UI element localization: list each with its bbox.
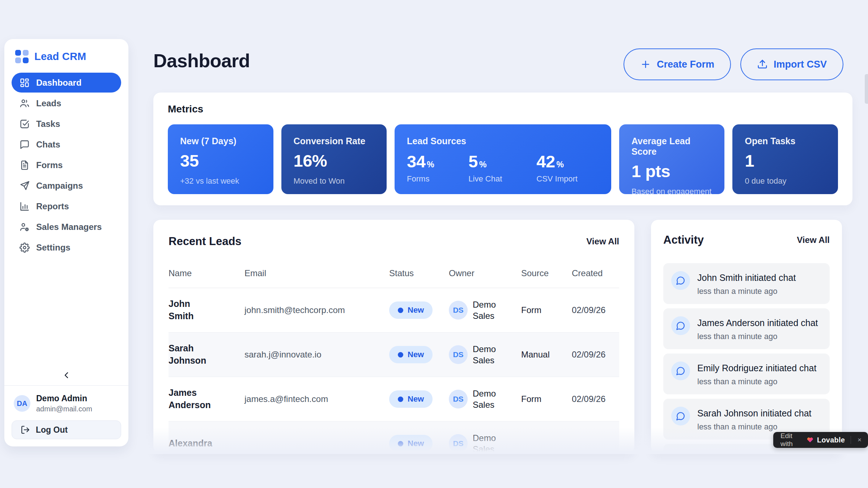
sidebar-item-label: Settings	[36, 243, 71, 253]
stat-forms: 34% Forms	[407, 151, 434, 184]
activity-card: Activity View All John Smith initiated c…	[651, 220, 842, 454]
sidebar-item-reports[interactable]: Reports	[12, 196, 121, 216]
metric-card-lead-sources: Lead Sources 34% Forms 5% Live Chat 42% …	[395, 124, 611, 194]
col-name: Name	[169, 262, 244, 288]
metric-sub: +32 vs last week	[180, 176, 261, 186]
gear-icon	[20, 243, 30, 253]
sidebar-item-tasks[interactable]: Tasks	[12, 114, 121, 134]
user-avatar: DA	[14, 395, 30, 412]
col-created: Created	[572, 262, 619, 288]
metric-value: 35	[180, 151, 261, 171]
message-square-icon	[20, 140, 30, 150]
lovable-heart-icon	[807, 436, 813, 444]
create-form-button[interactable]: Create Form	[624, 48, 731, 80]
table-row[interactable]: Sarah Johnson sarah.j@innovate.io New DS…	[169, 333, 619, 377]
status-badge: New	[389, 435, 433, 452]
status-dot-icon	[398, 352, 403, 358]
bar-chart-icon	[20, 201, 30, 211]
close-icon[interactable]: ×	[857, 436, 862, 444]
table-row[interactable]: James Anderson james.a@fintech.com New D…	[169, 377, 619, 421]
list-item: John Smith initiated chatless than a min…	[663, 263, 830, 304]
activity-view-all[interactable]: View All	[797, 235, 830, 245]
create-form-label: Create Form	[657, 59, 714, 70]
dashboard-icon	[20, 78, 30, 88]
recent-leads-card: Recent Leads View All Name Email Status …	[153, 220, 634, 454]
table-row[interactable]: John Smith john.smith@techcorp.com New D…	[169, 288, 619, 333]
metric-sub: 0 due today	[745, 176, 826, 186]
user-profile: DA Demo Admin admin@mail.com	[12, 386, 121, 420]
sidebar-item-chats[interactable]: Chats	[12, 134, 121, 154]
app-logo: Lead CRM	[12, 47, 121, 73]
metric-value: 1 pts	[631, 161, 712, 181]
metric-card-average-lead-score: Average Lead Score 1 pts Based on engage…	[619, 124, 725, 194]
check-square-icon	[20, 119, 30, 129]
chat-bubble-icon	[671, 271, 690, 290]
metric-card-conversion-rate: Conversion Rate 16% Moved to Won	[281, 124, 387, 194]
chevron-left-icon	[62, 371, 71, 380]
recent-leads-title: Recent Leads	[169, 235, 242, 248]
metric-value: 16%	[294, 151, 375, 171]
app-title: Lead CRM	[34, 51, 86, 63]
upload-icon	[757, 59, 768, 70]
metric-card-open-tasks: Open Tasks 1 0 due today	[732, 124, 838, 194]
sidebar-item-forms[interactable]: Forms	[12, 155, 121, 175]
stat-csv-import: 42% CSV Import	[536, 151, 578, 184]
metric-label: Conversion Rate	[294, 136, 375, 146]
badge-separator	[851, 436, 851, 444]
import-csv-button[interactable]: Import CSV	[740, 48, 843, 80]
metrics-panel: Metrics New (7 Days) 35 +32 vs last week…	[153, 93, 852, 205]
status-dot-icon	[398, 308, 403, 313]
recent-leads-view-all[interactable]: View All	[586, 236, 619, 247]
owner-avatar: DS	[449, 434, 468, 453]
status-badge: New	[389, 301, 433, 319]
status-dot-icon	[398, 397, 403, 402]
logout-button[interactable]: Log Out	[12, 420, 121, 439]
chat-bubble-icon	[671, 316, 690, 335]
logout-label: Log Out	[36, 425, 68, 435]
sidebar-item-label: Campaigns	[36, 181, 83, 191]
metric-card-new-7-days: New (7 Days) 35 +32 vs last week	[168, 124, 273, 194]
leads-table: Name Email Status Owner Source Created J…	[169, 262, 619, 454]
activity-title: Activity	[663, 234, 704, 247]
logo-grid-icon	[15, 50, 29, 63]
scrollbar-thumb[interactable]	[865, 74, 868, 104]
user-email: admin@mail.com	[36, 405, 92, 413]
col-owner: Owner	[449, 262, 521, 288]
lead-sources-stats: 34% Forms 5% Live Chat 42% CSV Import	[407, 151, 599, 184]
metrics-heading: Metrics	[168, 103, 838, 115]
col-email: Email	[244, 262, 389, 288]
col-status: Status	[389, 262, 449, 288]
owner-avatar: DS	[449, 345, 468, 364]
user-gear-icon	[20, 222, 30, 232]
list-item: Emily Rodriguez initiated chatless than …	[663, 354, 830, 394]
sidebar-item-label: Reports	[36, 201, 69, 211]
sidebar-item-campaigns[interactable]: Campaigns	[12, 176, 121, 196]
chat-bubble-icon	[671, 361, 690, 380]
send-icon	[20, 181, 30, 191]
sidebar-collapse-button[interactable]	[12, 367, 121, 385]
leads-table-header: Name Email Status Owner Source Created	[169, 262, 619, 288]
sidebar-item-leads[interactable]: Leads	[12, 93, 121, 113]
status-dot-icon	[398, 441, 403, 446]
metric-label: Open Tasks	[745, 136, 826, 146]
sidebar-item-label: Sales Managers	[36, 222, 102, 232]
stat-live-chat: 5% Live Chat	[468, 151, 502, 184]
table-row[interactable]: Alexandra New DSDemo Sales	[169, 421, 619, 454]
sidebar-item-sales-managers[interactable]: Sales Managers	[12, 217, 121, 237]
metric-sub: Moved to Won	[294, 176, 375, 186]
status-badge: New	[389, 390, 433, 408]
owner-avatar: DS	[449, 301, 468, 320]
metrics-row: New (7 Days) 35 +32 vs last week Convers…	[168, 124, 838, 194]
sidebar-item-label: Chats	[36, 140, 60, 150]
sidebar-item-label: Dashboard	[36, 78, 81, 88]
metric-sub: Based on engagement	[631, 187, 712, 196]
header-actions: Create Form Import CSV	[624, 48, 843, 80]
badge-prefix: Edit with	[780, 432, 803, 448]
sidebar-item-dashboard[interactable]: Dashboard	[12, 73, 121, 93]
owner-avatar: DS	[449, 390, 468, 408]
users-icon	[20, 98, 30, 108]
sidebar-item-label: Leads	[36, 98, 61, 108]
edit-with-lovable-badge[interactable]: Edit with Lovable ×	[773, 432, 868, 448]
col-source: Source	[521, 262, 572, 288]
sidebar-item-settings[interactable]: Settings	[12, 237, 121, 257]
